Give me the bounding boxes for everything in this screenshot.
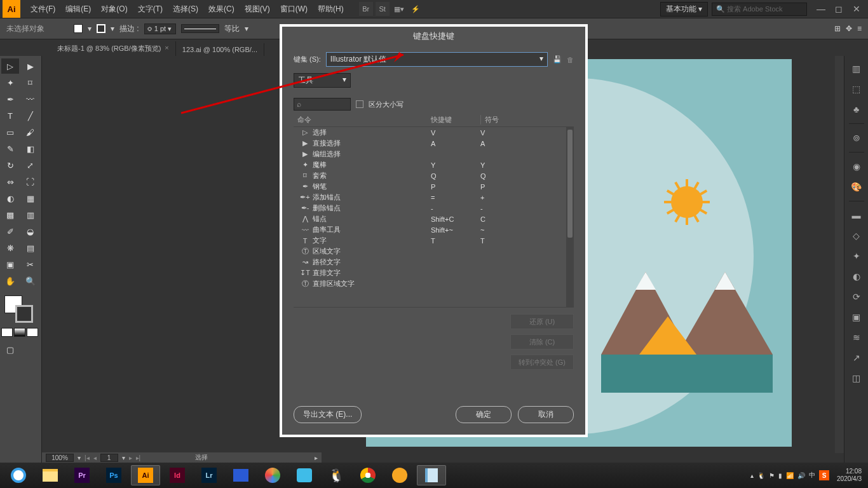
tray-ime-icon[interactable]: 中 <box>809 471 815 480</box>
tray-network-icon[interactable]: 📶 <box>786 472 794 479</box>
magic-wand-tool[interactable]: ✦ <box>1 75 19 90</box>
menu-help[interactable]: 帮助(H) <box>313 4 349 15</box>
scope-dropdown[interactable]: 工具▾ <box>294 73 351 88</box>
color-panel-icon[interactable]: ♣ <box>846 100 867 118</box>
taskbar-qq-icon[interactable]: 🐧 <box>322 465 351 485</box>
taskbar-notepad-icon[interactable] <box>417 465 446 485</box>
close-button[interactable]: ✕ <box>848 4 865 14</box>
shortcut-row[interactable]: ↧T直排文字 <box>294 268 574 278</box>
minimize-button[interactable]: ― <box>812 4 830 14</box>
asset-export-icon[interactable]: ↗ <box>846 349 867 367</box>
prev-artboard-icon[interactable]: ◂ <box>93 454 97 461</box>
shortcut-row[interactable]: ▶编组选择 <box>294 149 574 159</box>
shortcut-set-dropdown[interactable]: Illustrator 默认值▾ <box>326 52 548 67</box>
slice-tool[interactable]: ✂ <box>22 257 39 272</box>
first-artboard-icon[interactable]: |◂ <box>85 454 90 461</box>
transparency-panel-icon[interactable]: ◐ <box>846 268 867 285</box>
taskbar-app3-icon[interactable] <box>290 465 319 485</box>
scale-tool[interactable]: ⤢ <box>22 158 39 173</box>
taskbar-chrome-icon[interactable] <box>353 465 383 485</box>
color-picker[interactable] <box>1 294 40 325</box>
eyedropper-tool[interactable]: ✐ <box>1 224 19 239</box>
menu-file[interactable]: 文件(F) <box>25 4 60 15</box>
shortcut-row[interactable]: ✒+添加锚点=+ <box>294 192 574 203</box>
menu-effect[interactable]: 效果(C) <box>203 4 240 15</box>
grid-scrollbar[interactable] <box>566 127 574 307</box>
symbol-sprayer-tool[interactable]: ❋ <box>1 240 19 255</box>
shortcut-row[interactable]: ▷选择VV <box>294 127 574 138</box>
tray-sogou-icon[interactable]: S <box>819 470 829 480</box>
taskbar-app4-icon[interactable] <box>385 465 414 485</box>
shortcut-row[interactable]: ✦魔棒YY <box>294 159 574 170</box>
color-guide-icon[interactable]: ◉ <box>846 158 867 175</box>
lasso-tool[interactable]: ⌑ <box>22 75 39 90</box>
shortcut-row[interactable]: ✒钢笔PP <box>294 181 574 192</box>
properties-panel-icon[interactable]: ▥ <box>846 60 867 78</box>
menu-window[interactable]: 窗口(W) <box>275 4 313 15</box>
align-icon[interactable]: ⊞ <box>834 24 841 33</box>
blend-tool[interactable]: ◒ <box>22 224 39 239</box>
stock-search-input[interactable]: 🔍 搜索 Adobe Stock <box>712 3 807 16</box>
taskbar-id-icon[interactable]: Id <box>163 465 192 485</box>
direct-selection-tool[interactable]: ▶ <box>22 58 39 74</box>
shortcut-row[interactable]: Ⓣ区域文字 <box>294 246 574 257</box>
shortcut-search-input[interactable]: ⌕ <box>294 98 351 111</box>
brushes-panel-icon[interactable]: ◇ <box>846 227 867 245</box>
hand-tool[interactable]: ✋ <box>1 273 19 288</box>
tray-volume-icon[interactable]: 🔊 <box>797 472 805 479</box>
perspective-tool[interactable]: ▦ <box>22 191 39 206</box>
menu-select[interactable]: 选择(S) <box>168 4 203 15</box>
selection-tool[interactable]: ▷ <box>1 58 19 74</box>
shortcut-row[interactable]: ▶直接选择AA <box>294 138 574 149</box>
graphic-styles-icon[interactable]: ▣ <box>846 308 867 326</box>
tray-qq-icon[interactable]: 🐧 <box>757 472 765 479</box>
stroke-profile[interactable] <box>181 24 219 33</box>
menu-type[interactable]: 文字(T) <box>133 4 168 15</box>
save-set-icon[interactable]: 💾 <box>553 55 562 64</box>
color-mode-gradient[interactable] <box>14 328 25 337</box>
shortcut-row[interactable]: ⌑套索QQ <box>294 170 574 181</box>
menu-edit[interactable]: 编辑(E) <box>60 4 96 15</box>
cc-panel-icon[interactable]: ⊚ <box>846 129 867 147</box>
zoom-value[interactable]: 100% <box>46 454 74 462</box>
taskbar-pr-icon[interactable]: Pr <box>67 465 97 485</box>
close-tab-icon[interactable]: × <box>165 44 168 53</box>
bridge-icon[interactable]: Br <box>359 2 373 16</box>
artboards-panel-icon[interactable]: ◫ <box>846 369 867 387</box>
doc-tab-2[interactable]: 123.ai @ 100% (RGB/... <box>176 43 264 56</box>
panel-menu-icon[interactable]: ≡ <box>857 24 862 33</box>
stock-icon[interactable]: St <box>376 2 390 16</box>
taskbar-ai-icon[interactable]: Ai <box>131 465 160 485</box>
rectangle-tool[interactable]: ▭ <box>1 125 19 140</box>
tray-up-icon[interactable]: ▴ <box>750 472 754 479</box>
shortcut-row[interactable]: T文字TT <box>294 235 574 246</box>
paintbrush-tool[interactable]: 🖌 <box>22 125 39 140</box>
shape-builder-tool[interactable]: ◐ <box>1 191 19 206</box>
artboard-tool[interactable]: ▣ <box>1 257 19 272</box>
layers-panel-icon[interactable]: ≋ <box>846 329 867 346</box>
ok-button[interactable]: 确定 <box>456 406 512 423</box>
swatches-panel-icon[interactable]: 🎨 <box>846 178 867 196</box>
free-transform-tool[interactable]: ⛶ <box>22 174 39 189</box>
stroke-swatch[interactable] <box>97 24 105 33</box>
shortcut-row[interactable]: ⋀锚点Shift+CC <box>294 214 574 224</box>
type-tool[interactable]: T <box>1 108 19 123</box>
artboard-number[interactable]: 1 <box>100 454 118 462</box>
cancel-button[interactable]: 取消 <box>518 406 574 423</box>
taskbar-lr-icon[interactable]: Lr <box>194 465 224 485</box>
stroke-weight-input[interactable]: ≎ 1 pt ▾ <box>144 24 176 34</box>
shortcut-row[interactable]: 〰曲率工具Shift+~~ <box>294 224 574 235</box>
screen-mode-icon[interactable]: ▢ <box>1 342 19 357</box>
zoom-tool[interactable]: 🔍 <box>22 273 39 288</box>
shortcut-row[interactable]: Ⓣ直排区域文字 <box>294 278 574 289</box>
appearance-panel-icon[interactable]: ⟳ <box>846 288 867 306</box>
workspace-switcher[interactable]: 基本功能 ▾ <box>660 2 708 17</box>
width-tool[interactable]: ⇔ <box>1 174 19 189</box>
gradient-tool[interactable]: ▥ <box>22 207 39 222</box>
tray-battery-icon[interactable]: ▮ <box>778 472 782 479</box>
maximize-button[interactable]: ◻ <box>830 4 848 14</box>
shortcut-row[interactable]: ✒-删除锚点-- <box>294 203 574 214</box>
gpu-icon[interactable]: ⚡ <box>409 2 423 16</box>
tray-flag-icon[interactable]: ⚑ <box>769 472 775 479</box>
fill-swatch[interactable] <box>74 24 83 33</box>
